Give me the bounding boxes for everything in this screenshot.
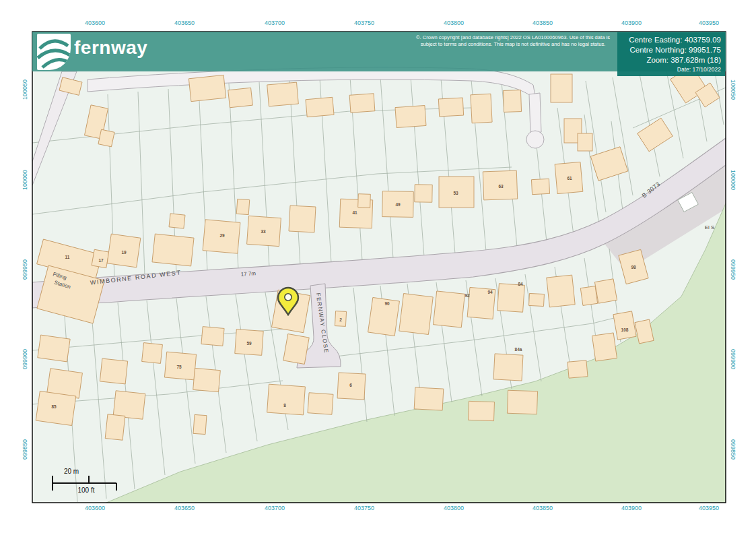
building-footprint	[201, 327, 224, 346]
building-footprint	[152, 234, 194, 266]
easting-label: 403750	[354, 20, 374, 26]
easting-label: 403700	[265, 20, 285, 26]
house-number: 84a	[515, 347, 522, 352]
building-footprint	[547, 275, 575, 307]
building-footprint	[267, 82, 299, 106]
road-label: 17 7m	[240, 270, 256, 278]
house-number: 84	[518, 282, 523, 286]
building-footprint	[358, 194, 371, 208]
building-footprint	[236, 199, 249, 214]
map-canvas[interactable]: WIMBORNE ROAD WEST17 7mFERNWAY CLOSEB 30…	[0, 0, 756, 535]
road-label: El S	[705, 224, 715, 230]
northing-label: 099900	[730, 349, 736, 369]
building-footprint	[503, 90, 521, 113]
building-footprint	[493, 354, 523, 381]
building-footprint	[228, 88, 253, 107]
easting-label: 403850	[532, 20, 553, 26]
easting-label: 403950	[699, 20, 719, 26]
house-number: 41	[352, 210, 357, 215]
house-number: 94	[487, 290, 493, 294]
building-footprint	[289, 206, 316, 232]
house-number: 8	[283, 403, 286, 408]
building-footprint	[531, 179, 549, 194]
easting-labels-top: 4036004036504037004037504038004038504039…	[85, 20, 719, 26]
northing-label: 099850	[22, 439, 28, 460]
building-footprint	[497, 284, 525, 313]
northing-label: 100000	[22, 170, 28, 190]
house-number: 49	[395, 202, 401, 207]
building-footprint	[438, 98, 463, 117]
zoom-level: Zoom: 387.628m (18)	[621, 55, 721, 65]
house-number: 2	[339, 317, 342, 322]
easting-label: 403650	[174, 20, 195, 26]
house-number: 63	[498, 184, 504, 189]
northing-label: 099950	[730, 259, 736, 280]
map-info-panel: Centre Easting: 403759.09 Centre Northin…	[617, 32, 725, 76]
building-footprint	[551, 74, 572, 102]
building-footprint	[368, 297, 400, 336]
building-footprint	[169, 214, 185, 228]
house-number: 29	[219, 233, 225, 238]
centre-northing: Centre Northing: 99951.75	[621, 45, 721, 55]
building-footprint	[267, 384, 306, 415]
northing-label: 099850	[730, 439, 736, 460]
building-footprint	[594, 279, 617, 303]
easting-label: 403900	[621, 505, 642, 511]
house-number: 6	[349, 383, 352, 387]
easting-label: 403650	[174, 505, 195, 511]
building-footprint	[469, 401, 495, 420]
building-footprint	[414, 387, 444, 410]
house-number: 92	[465, 293, 470, 298]
building-footprint	[578, 133, 592, 151]
easting-label: 403800	[444, 505, 464, 511]
building-footprint	[434, 291, 465, 327]
building-footprint	[613, 311, 636, 340]
northing-label: 100050	[22, 80, 28, 100]
scale-metric-label: 20 m	[64, 468, 79, 475]
building-footprint	[193, 368, 221, 391]
building-footprint	[415, 185, 432, 202]
building-footprint	[100, 358, 127, 384]
northing-labels-right: 100050100000099950099900099850	[730, 80, 736, 460]
house-number: 85	[51, 404, 57, 409]
centre-easting: Centre Easting: 403759.09	[621, 35, 721, 45]
building-footprint	[507, 390, 537, 414]
building-footprint	[399, 294, 433, 335]
building-footprint	[142, 343, 163, 364]
map-date: Date: 17/10/2022	[621, 66, 721, 73]
easting-label: 403950	[699, 505, 719, 511]
building-footprint	[395, 106, 426, 128]
northing-label: 099950	[22, 259, 28, 280]
northing-label: 100000	[730, 170, 736, 190]
house-number: 59	[246, 341, 252, 346]
northing-label: 100050	[730, 80, 736, 100]
building-footprint	[98, 129, 114, 147]
map-application: WIMBORNE ROAD WEST17 7mFERNWAY CLOSEB 30…	[0, 0, 756, 535]
building-footprint	[580, 286, 597, 306]
building-footprint	[471, 94, 492, 123]
building-footprint	[568, 360, 588, 378]
easting-label: 403850	[532, 505, 553, 511]
easting-labels-bottom: 4036004036504037004037504038004038504039…	[85, 505, 719, 511]
building-footprint	[188, 75, 226, 101]
house-number: 17	[98, 258, 104, 263]
scale-imperial-label: 100 ft	[77, 486, 94, 494]
easting-label: 403750	[354, 505, 374, 511]
house-number: 108	[621, 327, 629, 332]
house-number: 75	[176, 365, 182, 369]
building-footprint	[592, 333, 617, 361]
northing-labels-left: 100050100000099950099900099850	[22, 80, 28, 460]
building-footprint	[283, 334, 309, 365]
easting-label: 403700	[265, 505, 285, 511]
house-number: 90	[384, 301, 390, 306]
building-footprint	[529, 293, 545, 306]
house-number: 61	[567, 176, 572, 181]
easting-label: 403600	[85, 505, 105, 511]
northing-label: 099900	[22, 349, 28, 369]
house-number: 98	[631, 265, 636, 270]
building-footprint	[308, 393, 333, 414]
map-content[interactable]: WIMBORNE ROAD WEST17 7mFERNWAY CLOSEB 30…	[32, 32, 726, 503]
building-footprint	[306, 97, 334, 117]
brand-name: fernway	[74, 37, 147, 59]
copyright-notice: ©. Crown copyright [and database rights]…	[412, 34, 614, 48]
